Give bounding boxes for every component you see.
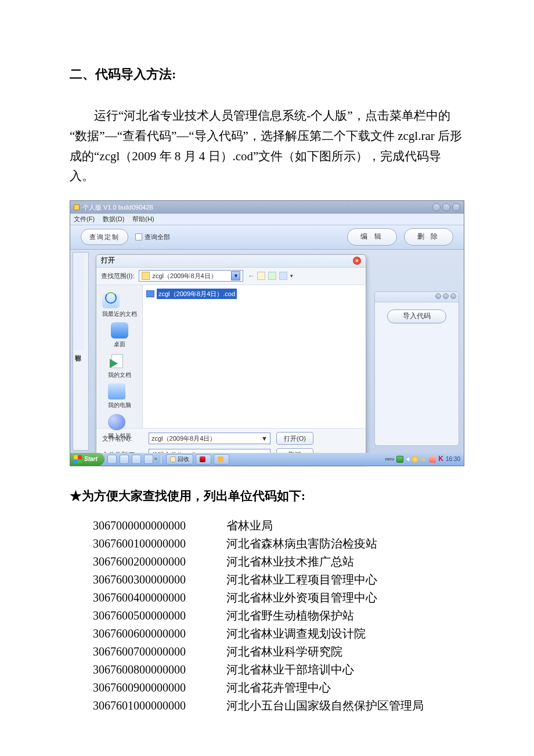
delete-button[interactable]: 删 除 bbox=[404, 228, 453, 246]
quicklaunch-icon[interactable] bbox=[144, 455, 153, 464]
app-task-icon bbox=[200, 456, 205, 462]
chevron-down-icon[interactable]: ▼ bbox=[261, 433, 268, 444]
new-folder-icon[interactable] bbox=[268, 272, 276, 280]
dialog-nav-icons: ← ▾ bbox=[248, 271, 293, 281]
place-mydocs[interactable]: 我的文档 bbox=[108, 353, 131, 380]
panel-min-icon[interactable] bbox=[435, 293, 441, 299]
dialog-titlebar: 打开 × bbox=[96, 255, 366, 268]
unit-name: 河北省森林病虫害防治检疫站 bbox=[226, 535, 464, 553]
query-custom-button[interactable]: 查询定制 bbox=[81, 229, 128, 245]
dialog-close-icon[interactable]: × bbox=[353, 257, 361, 265]
view-menu-icon[interactable] bbox=[279, 272, 287, 280]
unit-row: 3067600400000000河北省林业外资项目管理中心 bbox=[70, 589, 464, 607]
dialog-title: 打开 bbox=[101, 255, 115, 267]
unit-row: 3067600500000000河北省野生动植物保护站 bbox=[70, 607, 464, 625]
unit-name: 省林业局 bbox=[226, 517, 464, 535]
selected-file: zcgl（2009年8月4日）.cod bbox=[157, 289, 237, 299]
back-arrow-icon[interactable]: ← bbox=[248, 271, 254, 281]
unit-list-heading: ★为方便大家查找使用，列出单位代码如下: bbox=[70, 486, 464, 506]
titlebar: 个人版 V1.0 build090428 bbox=[70, 201, 464, 214]
unit-code: 3067600100000000 bbox=[93, 535, 226, 553]
task-button[interactable] bbox=[196, 454, 211, 465]
quicklaunch-more-icon[interactable]: » bbox=[154, 455, 157, 463]
intro-paragraph: 运行“河北省专业技术人员管理信息系统-个人版”，点击菜单栏中的“数据”—“查看代… bbox=[70, 106, 464, 186]
unit-name: 河北省林业调查规划设计院 bbox=[226, 625, 464, 643]
unit-code: 3067000000000000 bbox=[93, 517, 226, 535]
network-icon bbox=[108, 414, 125, 430]
unit-code-list: 3067000000000000省林业局3067600100000000河北省森… bbox=[70, 517, 464, 715]
windows-flag-icon bbox=[74, 455, 82, 463]
recent-icon bbox=[102, 292, 120, 308]
tray-icon[interactable] bbox=[396, 456, 403, 463]
look-in-combo[interactable]: zcgl（2009年8月4日） ▼ bbox=[139, 270, 243, 282]
screenshot: 个人版 V1.0 build090428 文件(F) 数据(D) 帮助(H) 查… bbox=[70, 200, 464, 466]
task-button[interactable]: 回收 bbox=[166, 454, 193, 465]
tray-icon[interactable] bbox=[429, 456, 436, 463]
minimize-icon[interactable] bbox=[432, 203, 441, 211]
mypc-icon bbox=[108, 383, 125, 399]
tray-icon[interactable]: ★ bbox=[421, 454, 427, 465]
file-list[interactable]: zcgl（2009年8月4日）.cod bbox=[143, 285, 366, 428]
maximize-icon[interactable] bbox=[442, 203, 450, 211]
app-task-icon bbox=[218, 456, 223, 462]
unit-name: 河北省林业科学研究院 bbox=[226, 643, 464, 661]
unit-name: 河北小五台山国家级自然保护区管理局 bbox=[226, 697, 464, 715]
app-task-icon bbox=[170, 456, 176, 462]
app-window: 个人版 V1.0 build090428 文件(F) 数据(D) 帮助(H) 查… bbox=[70, 200, 464, 466]
look-in-label: 查找范围(I): bbox=[101, 271, 134, 281]
place-mypc[interactable]: 我的电脑 bbox=[108, 383, 131, 411]
unit-row: 3067600700000000河北省林业科学研究院 bbox=[70, 643, 464, 661]
quicklaunch-icon[interactable] bbox=[107, 455, 117, 464]
tray-icon[interactable] bbox=[412, 456, 418, 463]
tray-icon[interactable]: ◀ bbox=[406, 455, 409, 463]
quicklaunch-icon[interactable] bbox=[132, 455, 141, 464]
quicklaunch-icon[interactable] bbox=[120, 455, 129, 464]
unit-row: 3067601000000000河北小五台山国家级自然保护区管理局 bbox=[70, 697, 464, 715]
toolbar: 查询定制 查询全部 编 辑 删 除 bbox=[70, 225, 464, 250]
panel-close-icon[interactable] bbox=[450, 293, 456, 299]
unit-code: 3067600400000000 bbox=[93, 589, 226, 607]
unit-code: 3067600300000000 bbox=[93, 571, 226, 589]
menu-help[interactable]: 帮助(H) bbox=[132, 214, 154, 224]
taskbar: Start » 回收 nero ◀ ★ K bbox=[70, 453, 464, 466]
filename-input[interactable]: zcgl（2009年8月4日）▼ bbox=[149, 433, 270, 444]
import-code-button[interactable]: 导入代码 bbox=[387, 309, 446, 323]
system-tray: nero ◀ ★ K 16:30 bbox=[385, 453, 464, 465]
start-button[interactable]: Start bbox=[70, 453, 104, 466]
edit-button[interactable]: 编 辑 bbox=[347, 228, 396, 246]
place-recent[interactable]: 我最近的文档 bbox=[102, 289, 137, 319]
menubar: 文件(F) 数据(D) 帮助(H) bbox=[70, 214, 464, 225]
panel-max-icon[interactable] bbox=[443, 293, 449, 299]
chevron-down-icon[interactable]: ▾ bbox=[290, 272, 293, 280]
unit-row: 3067600600000000河北省林业调查规划设计院 bbox=[70, 625, 464, 643]
left-column: 职称资 bbox=[73, 252, 89, 451]
unit-code: 3067600900000000 bbox=[93, 679, 226, 697]
section-heading: 二、代码导入方法: bbox=[70, 64, 464, 85]
place-desktop[interactable]: 桌面 bbox=[111, 322, 128, 350]
up-folder-icon[interactable] bbox=[257, 272, 265, 280]
menu-file[interactable]: 文件(F) bbox=[74, 214, 95, 224]
mydocs-icon bbox=[108, 353, 125, 369]
task-button[interactable] bbox=[214, 454, 229, 465]
taskbar-separator bbox=[160, 455, 161, 463]
app-icon bbox=[74, 204, 80, 210]
unit-name: 河北省林业工程项目管理中心 bbox=[226, 571, 464, 589]
cod-file-icon bbox=[146, 290, 154, 297]
nero-label: nero bbox=[385, 457, 394, 462]
unit-row: 3067000000000000省林业局 bbox=[70, 517, 464, 535]
left-tab-title[interactable]: 职称资 bbox=[73, 253, 84, 350]
file-item[interactable]: zcgl（2009年8月4日）.cod bbox=[146, 289, 362, 299]
kaspersky-icon[interactable]: K bbox=[438, 453, 443, 465]
unit-code: 3067600800000000 bbox=[93, 661, 226, 679]
unit-name: 河北省花卉管理中心 bbox=[226, 679, 464, 697]
unit-row: 3067600200000000河北省林业技术推广总站 bbox=[70, 553, 464, 571]
chevron-down-icon[interactable]: ▼ bbox=[231, 271, 240, 280]
unit-name: 河北省野生动植物保护站 bbox=[226, 607, 464, 625]
open-dialog: 打开 × 查找范围(I): zcgl（2009年8月4日） ▼ ← bbox=[96, 254, 366, 463]
query-all-toggle[interactable]: 查询全部 bbox=[135, 232, 170, 242]
menu-data[interactable]: 数据(D) bbox=[103, 214, 124, 224]
close-icon[interactable] bbox=[452, 203, 460, 211]
open-button[interactable]: 打开(O) bbox=[276, 432, 313, 445]
unit-name: 河北省林业技术推广总站 bbox=[226, 553, 464, 571]
desktop-icon bbox=[111, 322, 128, 339]
